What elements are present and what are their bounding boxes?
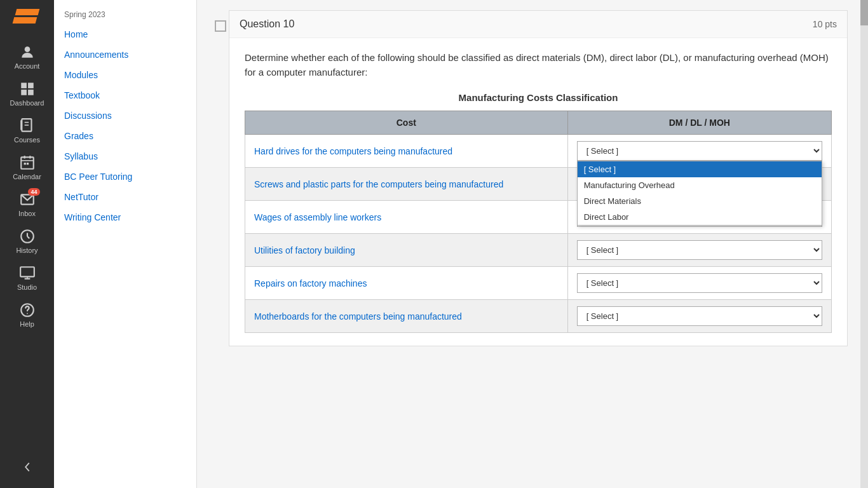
table-row: Utilities of factory building [ Select ]…: [245, 234, 832, 267]
dropdown-row1: [ Select ] Manufacturing Overhead Direct…: [577, 141, 822, 161]
sidebar-item-calendar-label: Calendar: [13, 173, 41, 180]
cost-cell-row3: Wages of assembly line workers: [245, 201, 568, 234]
col-header-cost: Cost: [245, 111, 568, 135]
clock-icon: [18, 227, 36, 245]
inbox-icon: 44: [18, 191, 36, 208]
main-area: Spring 2023 Home Announcements Modules T…: [54, 0, 868, 488]
sidebar-item-inbox-label: Inbox: [18, 210, 36, 217]
question-container: Question 10 10 pts Determine whether eac…: [229, 10, 848, 346]
svg-rect-4: [28, 90, 34, 95]
sidebar-item-history-label: History: [16, 247, 37, 254]
question-wrapper: Question 10 10 pts Determine whether eac…: [210, 10, 848, 356]
dropdown-open-row1: [ Select ] Manufacturing Overhead Direct…: [577, 161, 822, 226]
select-row1[interactable]: [ Select ] Manufacturing Overhead Direct…: [577, 141, 822, 161]
sidebar-item-courses-label: Courses: [14, 136, 40, 144]
select-cell-row5: [ Select ] Manufacturing Overhead Direct…: [567, 267, 831, 300]
select-row6[interactable]: [ Select ] Manufacturing Overhead Direct…: [577, 306, 822, 326]
question-header: Question 10 10 pts: [229, 11, 847, 38]
select-row5[interactable]: [ Select ] Manufacturing Overhead Direct…: [577, 273, 822, 293]
nav-writing-center[interactable]: Writing Center: [54, 207, 196, 227]
svg-rect-3: [21, 90, 27, 95]
cost-table: Cost DM / DL / MOH Hard drives for the c…: [245, 111, 832, 333]
sidebar-item-courses[interactable]: Courses: [0, 112, 54, 149]
app-logo: [0, 0, 54, 38]
svg-rect-8: [20, 120, 22, 130]
table-row: Motherboards for the computers being man…: [245, 300, 832, 333]
sidebar-item-help[interactable]: Help: [0, 296, 54, 333]
select-row4[interactable]: [ Select ] Manufacturing Overhead Direct…: [577, 240, 822, 260]
sidebar-item-inbox[interactable]: 44 Inbox: [0, 186, 54, 222]
sidebar-collapse-button[interactable]: [0, 452, 54, 482]
col-header-select: DM / DL / MOH: [567, 111, 831, 135]
svg-rect-13: [24, 163, 25, 165]
calendar-icon: [18, 154, 36, 172]
dropdown-option-dl[interactable]: Direct Labor: [578, 209, 822, 225]
nav-bc-peer-tutoring[interactable]: BC Peer Tutoring: [54, 166, 196, 187]
dropdown-option-moh[interactable]: Manufacturing Overhead: [578, 177, 822, 193]
question-body: Determine whether each of the following …: [229, 38, 847, 346]
course-nav: Spring 2023 Home Announcements Modules T…: [54, 0, 197, 488]
sidebar-item-studio-label: Studio: [17, 283, 37, 291]
table-title: Manufacturing Costs Classification: [245, 92, 832, 103]
nav-modules[interactable]: Modules: [54, 65, 196, 85]
sidebar-item-help-label: Help: [20, 320, 34, 328]
cost-cell-row1: Hard drives for the computers being manu…: [245, 135, 568, 168]
sidebar-item-account[interactable]: Account: [0, 38, 54, 75]
dropdown-option-select[interactable]: [ Select ]: [578, 161, 822, 177]
svg-line-18: [27, 236, 29, 238]
grid-icon: [18, 80, 36, 98]
svg-rect-14: [26, 163, 28, 165]
course-term: Spring 2023: [54, 8, 196, 24]
scrollbar-track[interactable]: [860, 0, 868, 488]
nav-grades[interactable]: Grades: [54, 126, 196, 146]
cost-cell-row4: Utilities of factory building: [245, 234, 568, 267]
select-cell-row6: [ Select ] Manufacturing Overhead Direct…: [567, 300, 831, 333]
nav-announcements[interactable]: Announcements: [54, 44, 196, 65]
sidebar-item-history[interactable]: History: [0, 222, 54, 259]
svg-rect-19: [20, 267, 34, 276]
sidebar-item-studio[interactable]: Studio: [0, 259, 54, 296]
logo-icon: [13, 9, 41, 29]
cost-cell-row5: Repairs on factory machines: [245, 267, 568, 300]
table-row: Repairs on factory machines [ Select ] M…: [245, 267, 832, 300]
content-area: Question 10 10 pts Determine whether eac…: [197, 0, 860, 488]
select-cell-row4: [ Select ] Manufacturing Overhead Direct…: [567, 234, 831, 267]
dropdown-option-dm[interactable]: Direct Materials: [578, 193, 822, 209]
nav-home[interactable]: Home: [54, 24, 196, 44]
nav-textbook[interactable]: Textbook: [54, 85, 196, 105]
scrollbar-thumb[interactable]: [860, 0, 868, 25]
book-icon: [18, 117, 36, 135]
svg-point-0: [24, 46, 30, 52]
question-title: Question 10: [240, 18, 294, 30]
cost-cell-row2: Screws and plastic parts for the compute…: [245, 168, 568, 201]
sidebar: Account Dashboard Courses Calendar 44 In…: [0, 0, 54, 488]
select-cell-row1: [ Select ] Manufacturing Overhead Direct…: [567, 135, 831, 168]
question-icon: [18, 301, 36, 319]
sidebar-item-dashboard-label: Dashboard: [10, 99, 44, 107]
nav-syllabus[interactable]: Syllabus: [54, 146, 196, 166]
sidebar-item-dashboard[interactable]: Dashboard: [0, 75, 54, 112]
monitor-icon: [18, 264, 36, 282]
cost-cell-row6: Motherboards for the computers being man…: [245, 300, 568, 333]
inbox-badge: 44: [28, 188, 39, 196]
question-checkbox[interactable]: [215, 20, 226, 32]
nav-discussions[interactable]: Discussions: [54, 105, 196, 126]
person-icon: [18, 43, 36, 61]
nav-nettutor[interactable]: NetTutor: [54, 187, 196, 207]
svg-rect-1: [21, 83, 27, 88]
sidebar-item-account-label: Account: [15, 62, 40, 70]
sidebar-item-calendar[interactable]: Calendar: [0, 149, 54, 186]
question-marker: [210, 10, 229, 356]
question-points: 10 pts: [813, 19, 837, 29]
table-row: Hard drives for the computers being manu…: [245, 135, 832, 168]
svg-point-23: [27, 313, 28, 315]
question-text: Determine whether each of the following …: [245, 51, 832, 79]
svg-rect-2: [28, 83, 34, 88]
